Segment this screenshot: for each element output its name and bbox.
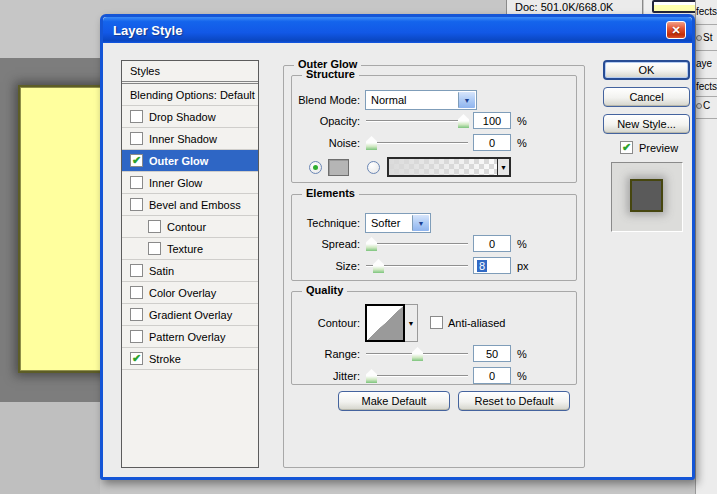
blend-mode-select[interactable]: Normal ▼ <box>365 90 477 110</box>
sidebar-item-outer-glow[interactable]: ✔Outer Glow <box>122 150 258 172</box>
sidebar-item-drop-shadow[interactable]: ✔Drop Shadow <box>122 106 258 128</box>
workspace-chrome <box>0 14 100 58</box>
effect-icon <box>696 35 702 41</box>
technique-value: Softer <box>371 217 400 229</box>
contour-arrow-button[interactable]: ▼ <box>405 304 418 342</box>
dropdown-arrow-icon[interactable]: ▼ <box>497 159 509 175</box>
opacity-slider[interactable] <box>366 120 468 122</box>
cancel-button[interactable]: Cancel <box>603 87 690 107</box>
opacity-input[interactable]: 100 <box>473 112 511 129</box>
spread-label: Spread: <box>268 238 360 250</box>
preview-toggle[interactable]: ✔ Preview <box>620 141 678 154</box>
checkbox-unchecked[interactable]: ✔ <box>130 286 143 299</box>
effect-preview-thumbnail <box>611 162 683 232</box>
panel-divider <box>696 96 717 97</box>
sidebar-item-stroke[interactable]: ✔Stroke <box>122 348 258 370</box>
range-slider[interactable] <box>366 353 468 355</box>
preview-checkbox-checked[interactable]: ✔ <box>620 141 633 154</box>
jitter-input[interactable]: 0 <box>473 367 511 384</box>
layer-thumbnail <box>652 0 698 13</box>
checkbox-unchecked[interactable]: ✔ <box>148 220 161 233</box>
preview-label: Preview <box>639 142 678 154</box>
effect-icon <box>696 103 702 109</box>
blend-mode-label: Blend Mode: <box>268 94 360 106</box>
antialiased-checkbox[interactable]: ✔ <box>430 316 443 329</box>
range-input[interactable]: 50 <box>473 345 511 362</box>
quality-group-title: Quality <box>302 284 347 296</box>
antialiased-label: Anti-aliased <box>448 317 505 329</box>
styles-list: Styles Blending Options: Default ✔Drop S… <box>121 60 259 468</box>
spread-input[interactable]: 0 <box>473 235 511 252</box>
selected-text: 8 <box>477 260 487 272</box>
layer-row-fragment: aye <box>696 58 717 69</box>
sidebar-item-inner-shadow[interactable]: ✔Inner Shadow <box>122 128 258 150</box>
structure-group-title: Structure <box>302 68 359 80</box>
contour-picker[interactable] <box>365 304 405 342</box>
checkbox-unchecked[interactable]: ✔ <box>130 330 143 343</box>
checkbox-checked[interactable]: ✔ <box>130 154 143 167</box>
panel-divider <box>696 78 717 79</box>
size-label: Size: <box>268 260 360 272</box>
size-slider[interactable] <box>366 265 468 267</box>
elements-group-title: Elements <box>302 187 359 199</box>
layers-panel-sliver: fects St aye fects C <box>695 0 717 494</box>
spread-unit: % <box>517 238 527 250</box>
effects-row-fragment: fects <box>696 6 717 17</box>
document-status-bar: Doc: 501.0K/668.0K <box>0 0 717 14</box>
canvas-area <box>0 58 100 402</box>
noise-input[interactable]: 0 <box>473 134 511 151</box>
glow-gradient-picker[interactable]: ▼ <box>387 157 511 177</box>
checkbox-unchecked[interactable]: ✔ <box>130 110 143 123</box>
sidebar-item-satin[interactable]: ✔Satin <box>122 260 258 282</box>
checkbox-unchecked[interactable]: ✔ <box>130 132 143 145</box>
noise-label: Noise: <box>268 137 360 149</box>
new-style-button[interactable]: New Style... <box>603 114 690 134</box>
doc-size-text: Doc: 501.0K/668.0K <box>515 1 613 13</box>
chevron-down-icon[interactable]: ▼ <box>412 215 429 231</box>
blend-mode-value: Normal <box>371 94 406 106</box>
sidebar-item-gradient-overlay[interactable]: ✔Gradient Overlay <box>122 304 258 326</box>
checkbox-unchecked[interactable]: ✔ <box>148 242 161 255</box>
jitter-slider[interactable] <box>366 375 468 377</box>
dialog-title: Layer Style <box>113 23 182 38</box>
glow-color-swatch[interactable] <box>328 159 349 176</box>
range-unit: % <box>517 348 527 360</box>
dialog-titlebar[interactable]: Layer Style ✕ <box>103 17 692 43</box>
stroke-row-fragment: St <box>696 32 717 43</box>
glow-color-radio[interactable] <box>309 161 322 174</box>
panel-divider <box>696 50 717 51</box>
close-button[interactable]: ✕ <box>666 21 686 39</box>
panel-divider <box>696 24 717 25</box>
ok-button[interactable]: OK <box>603 60 690 80</box>
jitter-unit: % <box>517 370 527 382</box>
dropdown-arrow-icon: ▼ <box>408 320 415 327</box>
color-overlay-row-fragment: C <box>696 100 717 111</box>
noise-unit: % <box>517 137 527 149</box>
checkbox-checked[interactable]: ✔ <box>130 352 143 365</box>
checkbox-unchecked[interactable]: ✔ <box>130 198 143 211</box>
sidebar-item-bevel-emboss[interactable]: ✔Bevel and Emboss <box>122 194 258 216</box>
spread-slider[interactable] <box>366 243 468 245</box>
checkbox-unchecked[interactable]: ✔ <box>130 176 143 189</box>
close-icon: ✕ <box>671 24 680 37</box>
glow-gradient-radio[interactable] <box>367 161 380 174</box>
noise-slider[interactable] <box>366 142 468 144</box>
effects-row-fragment: fects <box>696 81 717 92</box>
preview-glow-square <box>630 179 663 212</box>
jitter-label: Jitter: <box>268 370 360 382</box>
sidebar-item-texture[interactable]: ✔Texture <box>122 238 258 260</box>
technique-select[interactable]: Softer ▼ <box>365 213 431 233</box>
size-input[interactable]: 8 <box>473 257 511 274</box>
sidebar-item-pattern-overlay[interactable]: ✔Pattern Overlay <box>122 326 258 348</box>
sidebar-item-inner-glow[interactable]: ✔Inner Glow <box>122 172 258 194</box>
sidebar-item-color-overlay[interactable]: ✔Color Overlay <box>122 282 258 304</box>
checkbox-unchecked[interactable]: ✔ <box>130 264 143 277</box>
sidebar-item-contour[interactable]: ✔Contour <box>122 216 258 238</box>
doc-size-status: Doc: 501.0K/668.0K <box>506 0 643 14</box>
reset-to-default-button[interactable]: Reset to Default <box>458 391 570 411</box>
checkbox-unchecked[interactable]: ✔ <box>130 308 143 321</box>
sidebar-item-blending-options[interactable]: Blending Options: Default <box>122 84 258 106</box>
technique-label: Technique: <box>268 217 360 229</box>
make-default-button[interactable]: Make Default <box>338 391 450 411</box>
chevron-down-icon[interactable]: ▼ <box>458 92 475 108</box>
